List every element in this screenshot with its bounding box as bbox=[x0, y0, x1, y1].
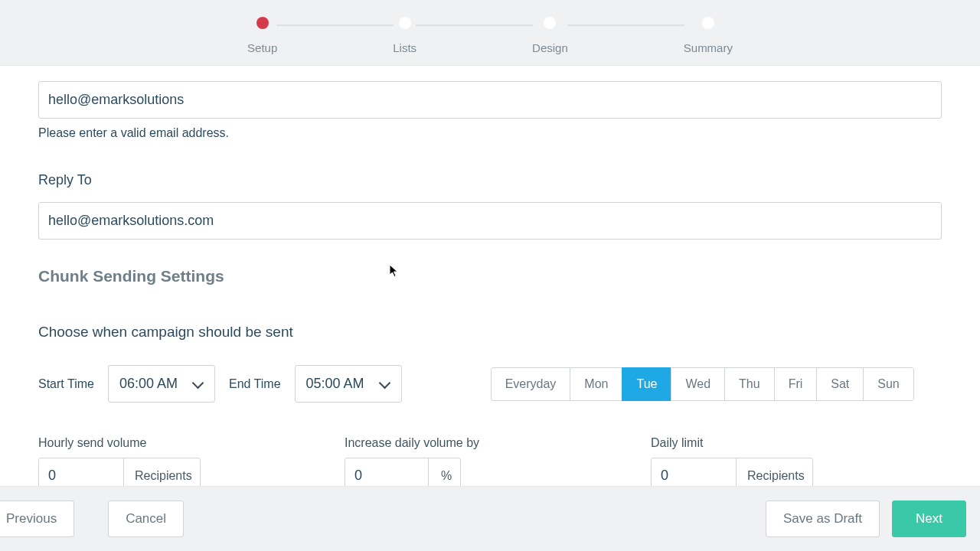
step-dot-active bbox=[256, 17, 269, 29]
start-time-select[interactable]: 06:00 AM bbox=[108, 365, 215, 403]
end-time-select[interactable]: 05:00 AM bbox=[295, 365, 402, 403]
step-connector bbox=[416, 24, 533, 26]
step-design[interactable]: Design bbox=[532, 17, 568, 54]
step-label: Design bbox=[532, 41, 568, 54]
day-selector: Everyday Mon Tue Wed Thu Fri Sat Sun bbox=[491, 367, 914, 401]
increase-label: Increase daily volume by bbox=[345, 436, 651, 450]
day-sat[interactable]: Sat bbox=[816, 367, 864, 401]
day-mon[interactable]: Mon bbox=[570, 367, 622, 401]
start-time-value: 06:00 AM bbox=[119, 376, 178, 392]
end-time-label: End Time bbox=[229, 377, 281, 391]
save-draft-button[interactable]: Save as Draft bbox=[766, 500, 880, 537]
day-fri[interactable]: Fri bbox=[774, 367, 818, 401]
when-label: Choose when campaign should be sent bbox=[38, 324, 942, 341]
stepper-bar: Setup Lists Design Summary bbox=[0, 0, 980, 66]
previous-button[interactable]: Previous bbox=[0, 500, 74, 537]
step-label: Summary bbox=[684, 41, 733, 54]
step-setup[interactable]: Setup bbox=[247, 17, 277, 54]
step-connector bbox=[567, 24, 684, 26]
step-summary[interactable]: Summary bbox=[684, 17, 733, 54]
from-email-error: Please enter a valid email address. bbox=[38, 126, 942, 140]
end-time-value: 05:00 AM bbox=[306, 376, 364, 392]
day-thu[interactable]: Thu bbox=[724, 367, 775, 401]
daily-label: Daily limit bbox=[651, 436, 942, 450]
from-email-input[interactable] bbox=[38, 81, 942, 119]
chevron-down-icon bbox=[193, 381, 204, 387]
day-everyday[interactable]: Everyday bbox=[491, 367, 571, 401]
step-dot bbox=[702, 17, 714, 29]
step-label: Setup bbox=[247, 41, 277, 54]
reply-to-input[interactable] bbox=[38, 202, 942, 240]
start-time-label: Start Time bbox=[38, 377, 94, 391]
chunk-settings-title: Chunk Sending Settings bbox=[38, 267, 942, 285]
reply-to-label: Reply To bbox=[38, 172, 942, 188]
cancel-button[interactable]: Cancel bbox=[108, 500, 184, 537]
step-connector bbox=[276, 24, 394, 26]
day-sun[interactable]: Sun bbox=[863, 367, 913, 401]
step-label: Lists bbox=[393, 41, 416, 54]
next-button[interactable]: Next bbox=[892, 500, 966, 537]
hourly-label: Hourly send volume bbox=[38, 436, 345, 450]
day-wed[interactable]: Wed bbox=[671, 367, 725, 401]
chevron-down-icon bbox=[380, 381, 390, 387]
step-lists[interactable]: Lists bbox=[393, 17, 416, 54]
step-dot bbox=[544, 17, 556, 29]
step-dot bbox=[399, 17, 411, 29]
day-tue[interactable]: Tue bbox=[622, 367, 671, 401]
footer-bar: Previous Cancel Save as Draft Next bbox=[0, 486, 980, 551]
